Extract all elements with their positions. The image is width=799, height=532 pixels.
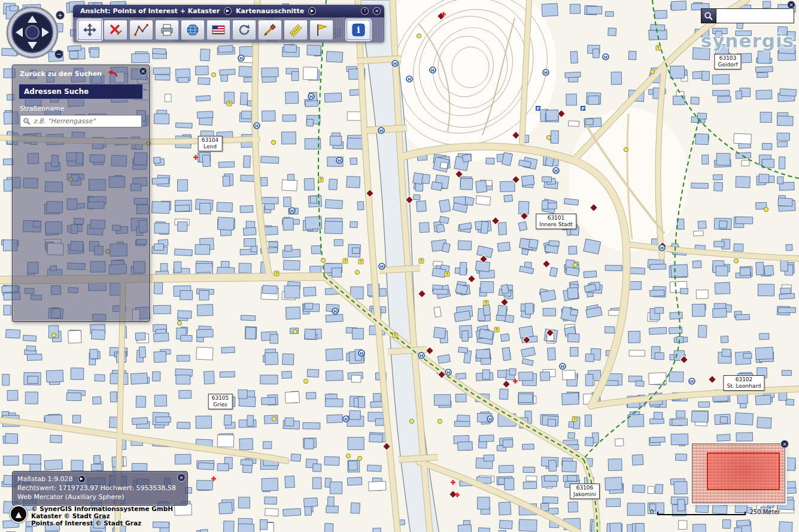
- play-icon: ▶: [226, 8, 229, 13]
- map-extracts-label[interactable]: Kartenausschnitte: [236, 7, 304, 15]
- street-name-field: [20, 115, 142, 127]
- svg-text:T: T: [393, 333, 396, 337]
- svg-text:H: H: [488, 417, 492, 422]
- district-name: Geidorf: [718, 62, 737, 68]
- globe-tool-button[interactable]: [181, 20, 205, 40]
- address-search-title: Adressen Suche: [19, 84, 143, 99]
- info-tool-button[interactable]: i: [347, 20, 370, 40]
- marker-flag-icon: [314, 23, 329, 37]
- flag-tool-button[interactable]: [206, 20, 230, 40]
- svg-text:H: H: [660, 246, 664, 251]
- svg-text:H: H: [544, 71, 548, 75]
- synergis-logo: synergis: [701, 30, 794, 51]
- svg-text:H: H: [380, 265, 384, 269]
- back-arrow-icon[interactable]: [108, 70, 118, 78]
- district-code: 63102: [727, 376, 761, 383]
- map-extracts-next-button[interactable]: ▶: [308, 7, 316, 15]
- info-icon: i: [351, 23, 366, 37]
- svg-text:H: H: [338, 159, 341, 163]
- navigation-compass[interactable]: + −: [5, 4, 65, 63]
- play-icon: ▶: [311, 8, 314, 13]
- svg-text:H: H: [554, 169, 558, 174]
- quick-search-close-button[interactable]: ×: [787, 1, 795, 9]
- close-icon: ×: [179, 475, 184, 481]
- street-name-label: Straßenname: [20, 105, 142, 113]
- synergis-badge-icon: ▲: [10, 505, 28, 523]
- svg-text:H: H: [379, 129, 383, 133]
- svg-text:i: i: [357, 25, 360, 35]
- svg-text:H: H: [360, 351, 363, 356]
- back-row: Zurück zu den Suchen: [13, 65, 149, 81]
- district-label-jakomini: 63106 Jakomini: [570, 484, 600, 499]
- ruler-tool-button[interactable]: [284, 20, 308, 40]
- district-label-st-leonhard: 63102 St. Leonhard: [723, 375, 764, 391]
- marker-flag-tool-button[interactable]: [309, 20, 333, 40]
- overview-map[interactable]: ×: [692, 443, 785, 503]
- coordinates-label: Rechtswert: 1719723,97 Hochwert: 5953538…: [17, 484, 183, 493]
- svg-text:P: P: [581, 107, 584, 111]
- svg-text:T: T: [227, 101, 230, 105]
- close-icon: ×: [782, 441, 787, 447]
- refresh-tool-button[interactable]: [232, 20, 256, 40]
- svg-text:T: T: [657, 45, 660, 50]
- district-code: 63105: [212, 395, 229, 402]
- back-to-searches-link[interactable]: Zurück zu den Suchen: [20, 70, 102, 78]
- scale-bar-distance: 250 Meter: [749, 509, 780, 515]
- search-panel-close-button[interactable]: ×: [139, 67, 147, 75]
- svg-text:H: H: [561, 364, 564, 369]
- draw-tool-button[interactable]: [258, 20, 282, 40]
- measure-line-icon: [134, 23, 148, 37]
- copyright-line: Kataster © Stadt Graz: [31, 512, 173, 519]
- copyright-line: Points of Interest © Stadt Graz: [31, 519, 173, 527]
- svg-text:P: P: [536, 107, 539, 111]
- district-code: 63106: [573, 485, 596, 491]
- overview-extent-rect[interactable]: [707, 452, 780, 490]
- district-name: Jakomini: [573, 491, 596, 498]
- globe-icon: [186, 23, 200, 37]
- overview-close-button[interactable]: ×: [780, 440, 789, 448]
- pan-icon: [83, 23, 97, 37]
- scale-label: Maßstab 1:9.028: [17, 475, 73, 484]
- zoom-out-button[interactable]: −: [54, 50, 63, 59]
- district-label-geidorf: 63103 Geidorf: [714, 54, 741, 69]
- scale-panel-close-button[interactable]: ×: [177, 473, 186, 482]
- print-icon: [160, 23, 174, 37]
- gis-application: HHHHHHHHHHHHHHHHHHHHHHTTTTTTTTTTTTPP 631…: [0, 0, 799, 532]
- copyright-block: ▲ © SynerGIS Informationssysteme GmbH Ka…: [10, 505, 173, 527]
- district-label-gries: 63105 Gries: [208, 394, 233, 409]
- delete-sketch-icon: [108, 23, 123, 37]
- close-icon: ×: [789, 2, 794, 8]
- svg-text:H: H: [393, 62, 397, 66]
- measure-line-tool-button[interactable]: [129, 20, 153, 40]
- district-label-innere-stadt: 63101 Innere Stadt: [536, 214, 576, 229]
- search-icon: [704, 11, 713, 21]
- help-icon: ?: [364, 8, 366, 13]
- district-name: Gries: [212, 402, 229, 408]
- street-field-icon: [23, 117, 31, 125]
- help-button[interactable]: ?: [361, 7, 369, 15]
- quick-search-button[interactable]: [701, 8, 716, 23]
- flag-icon: [211, 23, 226, 37]
- street-name-input[interactable]: [34, 117, 139, 125]
- view-selector-label[interactable]: Ansicht: Points of Interest + Kataster: [80, 7, 220, 15]
- svg-text:H: H: [239, 56, 243, 61]
- view-next-button[interactable]: ▶: [224, 7, 232, 15]
- main-toolbar: Ansicht: Points of Interest + Kataster ▶…: [73, 5, 384, 42]
- svg-text:H: H: [420, 354, 423, 358]
- scale-panel: × Maßstab 1:9.028 ▶ Rechtswert: 1719723,…: [12, 471, 188, 506]
- address-search-panel: × Zurück zu den Suchen Adressen Suche St…: [12, 65, 150, 322]
- quick-search-input[interactable]: [716, 8, 794, 23]
- scale-bar-zero: 0: [650, 509, 654, 515]
- scale-options-button[interactable]: ▶: [78, 475, 86, 483]
- pan-tool-button[interactable]: [78, 20, 102, 40]
- svg-text:H: H: [446, 370, 450, 375]
- zoom-in-button[interactable]: +: [56, 11, 65, 20]
- toolbar-close-button[interactable]: ×: [373, 7, 381, 15]
- ruler-icon: [288, 23, 303, 37]
- delete-sketch-tool-button[interactable]: [104, 20, 127, 40]
- svg-text:T: T: [344, 259, 347, 263]
- print-tool-button[interactable]: [155, 20, 179, 40]
- svg-text:T: T: [445, 272, 448, 276]
- svg-text:H: H: [344, 417, 348, 422]
- svg-text:T: T: [319, 177, 322, 181]
